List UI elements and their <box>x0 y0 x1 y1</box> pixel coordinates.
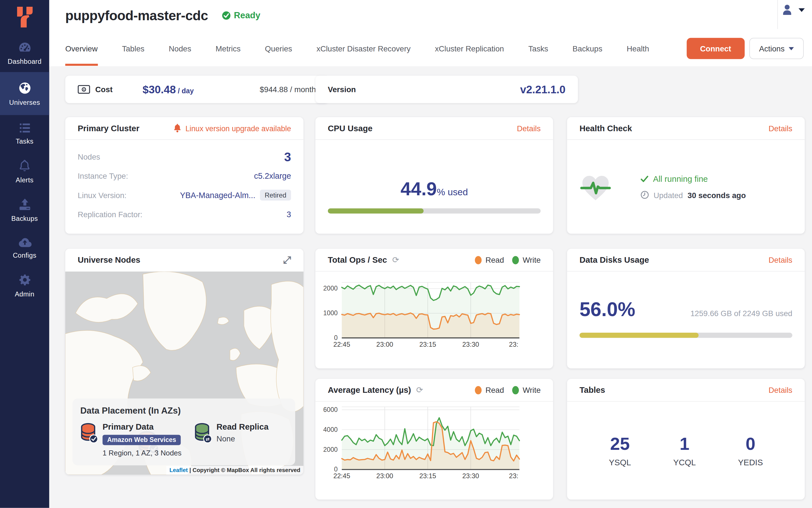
tab-queries[interactable]: Queries <box>265 31 292 66</box>
status-text: Ready <box>234 10 260 21</box>
primary-cluster-card: Primary Cluster Linux version upgrade av… <box>65 117 303 234</box>
svg-text:23:30: 23:30 <box>462 341 479 348</box>
cost-per-day: $30.48 / day <box>143 83 194 95</box>
data-disks-title: Data Disks Usage <box>579 255 649 264</box>
check-icon <box>641 176 649 182</box>
top-bar: puppyfood-master-cdc Ready OverviewTabl <box>49 0 812 66</box>
legend-dot-icon <box>513 386 519 394</box>
app-root: DashboardUniversesTasksAlertsBackupsConf… <box>0 0 812 508</box>
svg-text:6000: 6000 <box>323 406 337 413</box>
tab-xcluster-disaster-recovery[interactable]: xCluster Disaster Recovery <box>317 31 411 66</box>
primary-data-summary: 1 Region, 1 AZ, 3 Nodes <box>102 449 181 457</box>
cost-card: Cost $30.48 / day $944.88 / month <box>65 76 328 103</box>
sidebar-item-universes[interactable]: Universes <box>0 72 49 115</box>
tab-backups[interactable]: Backups <box>573 31 602 66</box>
tab-nodes[interactable]: Nodes <box>169 31 191 66</box>
latency-chart: 020004000600022:4523:0023:1523:3023: <box>315 401 553 500</box>
version-card: Version v2.21.1.0 <box>315 76 578 103</box>
tables-title: Tables <box>579 385 605 394</box>
replica-db-icon: ⇄ <box>194 422 212 445</box>
read-replica-label: Read Replica <box>217 422 269 432</box>
version-label: Version <box>328 85 356 93</box>
tables-details-link[interactable]: Details <box>768 385 792 394</box>
globe-icon <box>18 82 32 95</box>
sidebar-item-configs[interactable]: Configs <box>0 229 49 266</box>
tab-health[interactable]: Health <box>627 31 649 66</box>
cluster-row: Instance Type:c5.2xlarge <box>78 166 291 185</box>
health-check-title: Health Check <box>579 124 632 133</box>
sidebar-item-label: Alerts <box>16 176 34 184</box>
tab-overview[interactable]: Overview <box>65 31 97 66</box>
disks-details-link[interactable]: Details <box>768 255 792 264</box>
universe-nodes-card: Universe Nodes ⤢ <box>65 249 303 474</box>
cpu-usage-progressbar <box>328 208 541 213</box>
table-stat-value: 25 <box>609 434 631 454</box>
svg-text:4000: 4000 <box>323 426 337 433</box>
table-stat-ysql: 25YSQL <box>609 434 631 468</box>
upgrade-alert-text: Linux version upgrade available <box>185 124 291 133</box>
tab-metrics[interactable]: Metrics <box>216 31 241 66</box>
svg-text:23:: 23: <box>509 341 518 348</box>
connect-button[interactable]: Connect <box>686 38 745 59</box>
table-stat-label: YSQL <box>609 458 631 467</box>
tab-tables[interactable]: Tables <box>122 31 144 66</box>
check-circle-icon <box>222 11 231 20</box>
health-details-link[interactable]: Details <box>768 124 792 133</box>
primary-cluster-title: Primary Cluster <box>78 124 140 133</box>
svg-text:23:15: 23:15 <box>419 341 436 348</box>
user-icon[interactable] <box>780 3 794 16</box>
cloud-upload-icon <box>17 236 32 248</box>
legend-read: Read <box>475 255 504 264</box>
primary-data-label: Primary Data <box>102 422 181 432</box>
expand-icon[interactable]: ⤢ <box>283 255 291 266</box>
tab-tasks[interactable]: Tasks <box>528 31 548 66</box>
tab-xcluster-replication[interactable]: xCluster Replication <box>435 31 504 66</box>
cpu-usage-card: CPU Usage Details 44.9% used <box>315 117 553 234</box>
refresh-icon[interactable]: ⟳ <box>392 255 399 265</box>
cluster-row-value: 3 <box>284 150 291 164</box>
yugabyte-logo-icon[interactable] <box>0 0 49 34</box>
cluster-row-value: 3 <box>287 210 291 219</box>
svg-text:23:00: 23:00 <box>376 472 393 480</box>
avg-latency-card: Average Latency (µs) ⟳ ReadWrite 0200040… <box>315 379 553 500</box>
cluster-row-label: Instance Type: <box>78 171 128 180</box>
upgrade-alert[interactable]: Linux version upgrade available <box>173 123 291 133</box>
svg-text:2000: 2000 <box>323 285 337 292</box>
disk-usage-text: 1259.66 GB of 2249 GB used <box>690 309 792 318</box>
table-stat-label: YEDIS <box>738 458 763 467</box>
latency-legend: ReadWrite <box>475 385 540 394</box>
health-updated-label: Updated <box>654 190 683 199</box>
sidebar-item-alerts[interactable]: Alerts <box>0 152 49 190</box>
health-status: All running fine <box>641 174 746 184</box>
cpu-details-link[interactable]: Details <box>517 124 541 133</box>
total-ops-title: Total Ops / Sec <box>328 255 387 264</box>
upload-icon <box>18 198 32 211</box>
avg-latency-title: Average Latency (µs) <box>328 385 411 394</box>
health-updated-value: 30 seconds ago <box>687 190 746 199</box>
refresh-icon[interactable]: ⟳ <box>416 385 423 395</box>
actions-button[interactable]: Actions <box>749 38 804 59</box>
user-menu-caret-icon[interactable] <box>799 8 805 12</box>
sidebar-item-dashboard[interactable]: Dashboard <box>0 34 49 72</box>
sidebar-item-label: Backups <box>11 215 38 222</box>
data-placement-panel: Data Placement (In AZs) <box>73 398 295 465</box>
world-map[interactable]: Data Placement (In AZs) <box>65 271 303 474</box>
legend-read: Read <box>475 385 504 394</box>
svg-text:2000: 2000 <box>323 446 337 453</box>
total-ops-card: Total Ops / Sec ⟳ ReadWrite 01000200022:… <box>315 249 553 368</box>
universe-nodes-title: Universe Nodes <box>78 255 140 265</box>
sidebar-item-label: Universes <box>9 98 40 106</box>
primary-data-legend: Primary Data Amazon Web Services 1 Regio… <box>80 422 194 457</box>
legend-dot-icon <box>475 386 482 394</box>
version-value: v2.21.1.0 <box>520 83 566 95</box>
leaflet-link[interactable]: Leaflet <box>169 467 188 473</box>
sidebar-item-backups[interactable]: Backups <box>0 191 49 229</box>
ops-chart: 01000200022:4523:0023:1523:3023: <box>315 271 553 368</box>
cluster-row-value: c5.2xlarge <box>254 171 291 181</box>
read-replica-value: None <box>217 434 269 443</box>
retired-badge: Retired <box>260 189 291 201</box>
sidebar-item-admin[interactable]: Admin <box>0 266 49 305</box>
svg-text:22:45: 22:45 <box>333 472 350 480</box>
tab-bar: OverviewTablesNodesMetricsQueriesxCluste… <box>65 31 649 66</box>
sidebar-item-tasks[interactable]: Tasks <box>0 115 49 152</box>
